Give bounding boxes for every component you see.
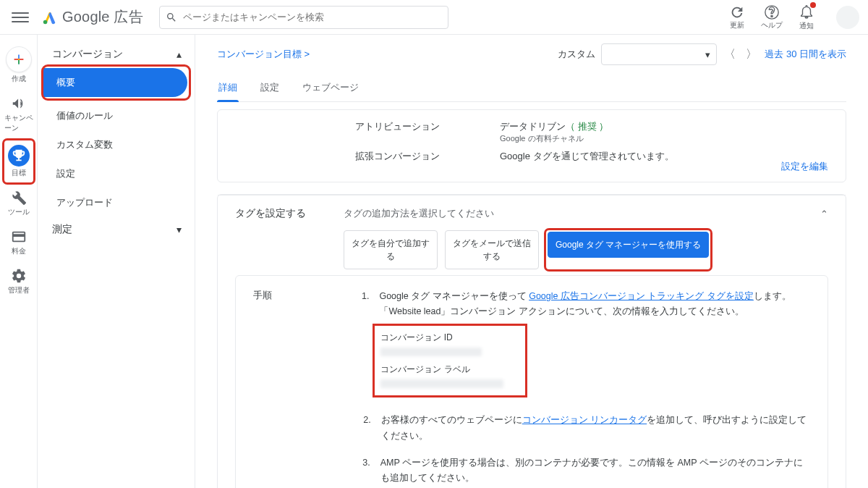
side-section-conversion[interactable]: コンバージョン ▴ xyxy=(43,42,189,67)
option-use-gtm[interactable]: Google タグ マネージャーを使用する xyxy=(548,232,709,258)
conversion-ids-box: コンバージョン ID コンバージョン ラベル xyxy=(375,326,525,396)
date-select: カスタム ▾ xyxy=(558,43,717,65)
steps-label: 手順 xyxy=(253,289,362,488)
date-custom-label: カスタム xyxy=(558,48,595,61)
date-controls: カスタム ▾ 〈 〉 過去 30 日間を表示 xyxy=(558,43,846,65)
main-content: コンバージョン目標 > カスタム ▾ 〈 〉 過去 30 日間を表示 詳細 設定… xyxy=(195,35,868,488)
header-actions: 更新 ヘルプ 通知 xyxy=(729,4,859,31)
side-panel: コンバージョン ▴ 概要 価値のルール カスタム変数 設定 アップロード 測定 … xyxy=(38,35,195,488)
rail-billing[interactable]: 料金 xyxy=(4,224,33,261)
option-send-email[interactable]: タグをメールで送信する xyxy=(445,230,539,269)
rail-campaigns[interactable]: キャンペーン xyxy=(4,91,33,138)
cv-label-value xyxy=(380,379,503,388)
next-period-button[interactable]: 〉 xyxy=(746,47,757,62)
rail-tools[interactable]: ツール xyxy=(4,185,33,222)
notifications-button[interactable]: 通知 xyxy=(799,4,814,31)
linker-tag-link[interactable]: コンバージョン リンカータグ xyxy=(522,415,647,425)
cv-label-label: コンバージョン ラベル xyxy=(380,362,503,376)
side-item-value-rules[interactable]: 価値のルール xyxy=(43,101,189,130)
svg-point-0 xyxy=(43,20,48,23)
refresh-icon xyxy=(729,4,745,20)
step-2: 2. お客様のすべてのウェブページにコンバージョン リンカータグを追加して、呼び… xyxy=(362,413,810,444)
gtm-setup-link[interactable]: Google 広告コンバージョン トラッキング タグを設定 xyxy=(529,291,754,301)
tab-settings[interactable]: 設定 xyxy=(259,75,281,101)
google-ads-logo-icon xyxy=(42,9,58,25)
highlight-gtm-option: Google タグ マネージャーを使用する xyxy=(546,230,710,269)
tag-card: タグを設定する タグの追加方法を選択してください ⌃ タグを自分で追加する タグ… xyxy=(217,194,846,488)
chevron-up-icon: ▴ xyxy=(176,49,182,60)
trophy-icon xyxy=(8,145,30,167)
steps-list: 1. Google タグ マネージャーを使って Google 広告コンバージョン… xyxy=(362,289,810,488)
collapse-chevron-icon[interactable]: ⌃ xyxy=(820,209,828,219)
card-icon xyxy=(11,229,27,245)
cv-id-label: コンバージョン ID xyxy=(380,330,503,345)
prev-period-button[interactable]: 〈 xyxy=(724,47,736,62)
date-range-link[interactable]: 過去 30 日間を表示 xyxy=(765,48,846,61)
breadcrumb-link[interactable]: コンバージョン目標 > xyxy=(217,48,310,61)
attrib-val-enhanced: Google タグを通じて管理されています。 xyxy=(500,150,828,163)
crumb-row: コンバージョン目標 > カスタム ▾ 〈 〉 過去 30 日間を表示 xyxy=(217,43,846,65)
megaphone-icon xyxy=(11,96,27,112)
hamburger-menu-icon[interactable] xyxy=(12,9,29,26)
left-rail: 作成 キャンペーン 目標 ツール 料金 管理者 xyxy=(0,35,38,488)
search-input[interactable] xyxy=(183,12,442,22)
help-button[interactable]: ヘルプ xyxy=(761,4,783,30)
plus-icon xyxy=(6,46,32,72)
date-dropdown[interactable]: ▾ xyxy=(601,43,717,65)
rail-create[interactable]: 作成 xyxy=(4,42,33,88)
top-header: Google 広告 更新 ヘルプ 通知 xyxy=(0,0,868,35)
side-section-measure[interactable]: 測定 ▾ xyxy=(43,217,189,242)
bell-icon xyxy=(799,4,814,21)
brand: Google 広告 xyxy=(42,7,143,27)
attrib-key-enhanced: 拡張コンバージョン xyxy=(355,150,471,163)
attrib-key-attribution: アトリビューション xyxy=(355,120,471,144)
caret-down-icon: ▾ xyxy=(705,49,710,60)
steps-card: 手順 1. Google タグ マネージャーを使って Google 広告コンバー… xyxy=(235,275,828,488)
side-item-settings[interactable]: 設定 xyxy=(43,159,189,188)
attribution-card: アトリビューション データドリブン（ 推奨 ） Google の有料チャネル 拡… xyxy=(217,109,846,182)
cv-id-value xyxy=(380,348,482,356)
side-item-upload[interactable]: アップロード xyxy=(43,188,189,217)
brand-name: Google 広告 xyxy=(62,7,143,27)
tag-section-desc: タグの追加方法を選択してください xyxy=(344,207,799,220)
chevron-down-icon: ▾ xyxy=(176,224,182,235)
rail-admin[interactable]: 管理者 xyxy=(4,264,33,300)
rail-goals[interactable]: 目標 xyxy=(4,140,33,182)
tabs: 詳細 設定 ウェブページ xyxy=(217,75,846,102)
search-box[interactable] xyxy=(159,6,448,29)
avatar[interactable] xyxy=(836,6,859,29)
tag-section: タグを設定する タグの追加方法を選択してください ⌃ タグを自分で追加する タグ… xyxy=(218,195,846,488)
tools-icon xyxy=(11,190,27,206)
tab-webpage[interactable]: ウェブページ xyxy=(301,75,360,101)
tab-details[interactable]: 詳細 xyxy=(217,75,239,101)
gear-icon xyxy=(11,268,27,284)
date-pager: 〈 〉 xyxy=(724,47,757,62)
attribution-body: アトリビューション データドリブン（ 推奨 ） Google の有料チャネル 拡… xyxy=(218,110,846,182)
tag-options: タグを自分で追加する タグをメールで送信する Google タグ マネージャーを… xyxy=(344,230,828,269)
side-item-custom-vars[interactable]: カスタム変数 xyxy=(43,130,189,159)
side-item-overview[interactable]: 概要 xyxy=(43,68,187,97)
refresh-button[interactable]: 更新 xyxy=(729,4,745,30)
help-icon xyxy=(764,4,780,20)
step-1: 1. Google タグ マネージャーを使って Google 広告コンバージョン… xyxy=(362,289,810,401)
step-3: 3. AMP ページを使用する場合は、別のコンテナが必要です。この情報を AMP… xyxy=(362,455,810,487)
edit-settings-link[interactable]: 設定を編集 xyxy=(781,160,828,173)
tag-section-title: タグを設定する xyxy=(235,207,322,220)
attrib-val-attribution: データドリブン（ 推奨 ） Google の有料チャネル xyxy=(500,120,828,144)
highlight-overview: 概要 xyxy=(43,67,189,98)
search-icon xyxy=(166,12,177,23)
option-add-self[interactable]: タグを自分で追加する xyxy=(344,230,438,269)
